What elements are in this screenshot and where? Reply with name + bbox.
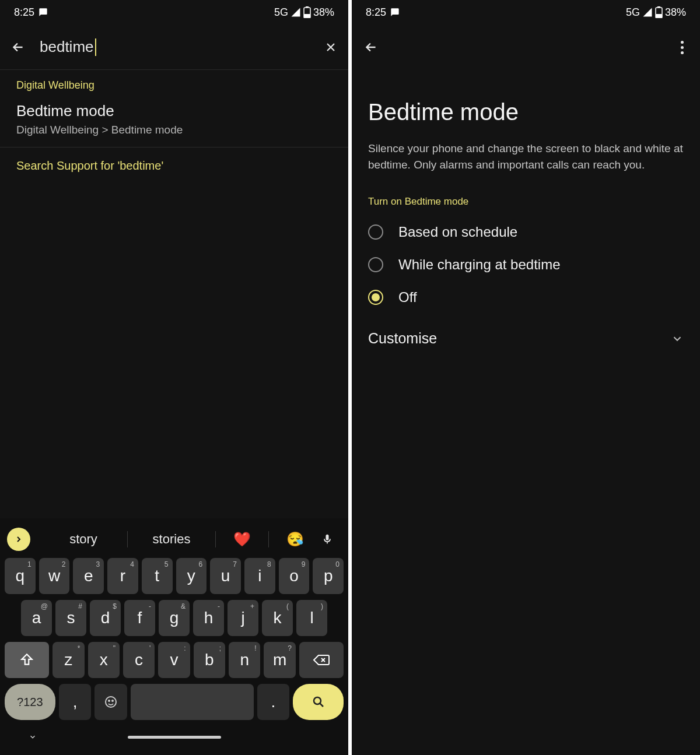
key-s[interactable]: s# bbox=[55, 600, 86, 636]
search-key[interactable] bbox=[293, 684, 344, 720]
radio-label: While charging at bedtime bbox=[398, 257, 560, 273]
battery-percent: 38% bbox=[665, 6, 686, 19]
svg-point-4 bbox=[108, 700, 110, 701]
search-value: bedtime bbox=[40, 38, 94, 56]
key-row-1: q1w2e3r4t5y6u7i8o9p0 bbox=[4, 558, 345, 594]
notification-icon bbox=[390, 7, 400, 17]
key-k[interactable]: k( bbox=[262, 600, 293, 636]
svg-rect-2 bbox=[304, 14, 310, 18]
radio-label: Off bbox=[398, 289, 417, 305]
key-row-2: a@s#d$f-g&h-j+k(l) bbox=[4, 600, 345, 636]
svg-rect-9 bbox=[656, 14, 662, 18]
search-result-item[interactable]: Bedtime mode Digital Wellbeing > Bedtime… bbox=[0, 94, 348, 148]
text-cursor bbox=[95, 38, 96, 56]
key-p[interactable]: p0 bbox=[313, 558, 344, 594]
customise-label: Customise bbox=[368, 330, 437, 347]
status-time: 8:25 bbox=[366, 6, 386, 19]
svg-point-5 bbox=[112, 700, 113, 701]
search-section-label: Digital Wellbeing bbox=[0, 70, 348, 94]
emoji-key[interactable] bbox=[94, 684, 127, 720]
section-label: Turn on Bedtime mode bbox=[352, 192, 700, 216]
key-g[interactable]: g& bbox=[159, 600, 190, 636]
key-row-3: z*x"c'v:b;n!m? bbox=[4, 642, 345, 678]
key-d[interactable]: d$ bbox=[90, 600, 121, 636]
more-options-icon[interactable] bbox=[676, 36, 688, 59]
search-input[interactable]: bedtime bbox=[40, 38, 310, 56]
key-x[interactable]: x" bbox=[88, 642, 120, 678]
phone-left-search: 8:25 5G 38% bedtime Digital bbox=[0, 0, 348, 755]
suggestion-row: story stories ❤️ 😪 bbox=[4, 524, 345, 558]
key-h[interactable]: h- bbox=[193, 600, 224, 636]
key-r[interactable]: r4 bbox=[107, 558, 138, 594]
customise-expander[interactable]: Customise bbox=[352, 314, 700, 363]
numswitch-key[interactable]: ?123 bbox=[5, 684, 55, 720]
radio-icon bbox=[368, 290, 383, 305]
suggestion-2[interactable]: stories bbox=[128, 528, 215, 550]
battery-icon bbox=[303, 6, 311, 18]
radio-option-0[interactable]: Based on schedule bbox=[352, 216, 700, 248]
radio-icon bbox=[368, 257, 383, 272]
back-arrow-icon[interactable] bbox=[363, 40, 379, 55]
suggestion-1[interactable]: story bbox=[40, 528, 127, 550]
key-c[interactable]: c' bbox=[123, 642, 155, 678]
nav-bar bbox=[4, 720, 345, 741]
space-key[interactable] bbox=[131, 684, 254, 720]
suggestion-emoji-heart[interactable]: ❤️ bbox=[216, 531, 268, 547]
key-v[interactable]: v: bbox=[158, 642, 190, 678]
shift-key[interactable] bbox=[5, 642, 49, 678]
key-m[interactable]: m? bbox=[264, 642, 295, 678]
search-support-link[interactable]: Search Support for 'bedtime' bbox=[0, 148, 348, 184]
back-arrow-icon[interactable] bbox=[10, 40, 26, 55]
status-bar: 8:25 5G 38% bbox=[352, 0, 700, 24]
key-row-bottom: ?123 , . bbox=[4, 684, 345, 720]
backspace-key[interactable] bbox=[299, 642, 344, 678]
network-label: 5G bbox=[274, 6, 288, 19]
keyboard-collapse-icon[interactable] bbox=[27, 733, 38, 741]
key-o[interactable]: o9 bbox=[279, 558, 310, 594]
status-time: 8:25 bbox=[14, 6, 34, 19]
signal-icon bbox=[290, 7, 301, 17]
key-l[interactable]: l) bbox=[296, 600, 327, 636]
result-breadcrumb: Digital Wellbeing > Bedtime mode bbox=[16, 124, 332, 136]
radio-option-2[interactable]: Off bbox=[352, 281, 700, 314]
key-z[interactable]: z* bbox=[52, 642, 84, 678]
radio-option-1[interactable]: While charging at bedtime bbox=[352, 248, 700, 281]
page-header bbox=[352, 24, 700, 70]
nav-pill[interactable] bbox=[128, 736, 221, 739]
key-b[interactable]: b; bbox=[194, 642, 225, 678]
phone-right-bedtime: 8:25 5G 38% Bedtime mode Silence your ph… bbox=[352, 0, 700, 755]
key-a[interactable]: a@ bbox=[21, 600, 52, 636]
mic-icon[interactable] bbox=[321, 532, 341, 546]
expand-suggestions-icon[interactable] bbox=[7, 528, 30, 551]
period-key[interactable]: . bbox=[257, 684, 290, 720]
key-e[interactable]: e3 bbox=[73, 558, 104, 594]
key-t[interactable]: t5 bbox=[142, 558, 173, 594]
notification-icon bbox=[38, 7, 48, 17]
battery-icon bbox=[655, 6, 663, 18]
chevron-down-icon bbox=[671, 332, 684, 345]
radio-icon bbox=[368, 224, 383, 240]
key-w[interactable]: w2 bbox=[39, 558, 70, 594]
key-q[interactable]: q1 bbox=[5, 558, 36, 594]
key-i[interactable]: i8 bbox=[244, 558, 275, 594]
key-j[interactable]: j+ bbox=[228, 600, 258, 636]
keyboard: story stories ❤️ 😪 q1w2e3r4t5y6u7i8o9p0 … bbox=[0, 518, 348, 755]
svg-point-3 bbox=[106, 697, 116, 707]
key-n[interactable]: n! bbox=[229, 642, 260, 678]
radio-label: Based on schedule bbox=[398, 224, 517, 240]
comma-key[interactable]: , bbox=[59, 684, 92, 720]
battery-percent: 38% bbox=[313, 6, 334, 19]
svg-point-6 bbox=[314, 697, 321, 704]
clear-search-icon[interactable] bbox=[324, 40, 338, 54]
status-bar: 8:25 5G 38% bbox=[0, 0, 348, 24]
page-description: Silence your phone and change the screen… bbox=[352, 141, 700, 192]
key-u[interactable]: u7 bbox=[210, 558, 241, 594]
result-title: Bedtime mode bbox=[16, 102, 332, 120]
page-title: Bedtime mode bbox=[352, 70, 700, 141]
search-header: bedtime bbox=[0, 24, 348, 70]
key-f[interactable]: f- bbox=[124, 600, 155, 636]
signal-icon bbox=[642, 7, 653, 17]
key-y[interactable]: y6 bbox=[176, 558, 207, 594]
suggestion-emoji-sleepy[interactable]: 😪 bbox=[269, 531, 321, 547]
network-label: 5G bbox=[626, 6, 640, 19]
